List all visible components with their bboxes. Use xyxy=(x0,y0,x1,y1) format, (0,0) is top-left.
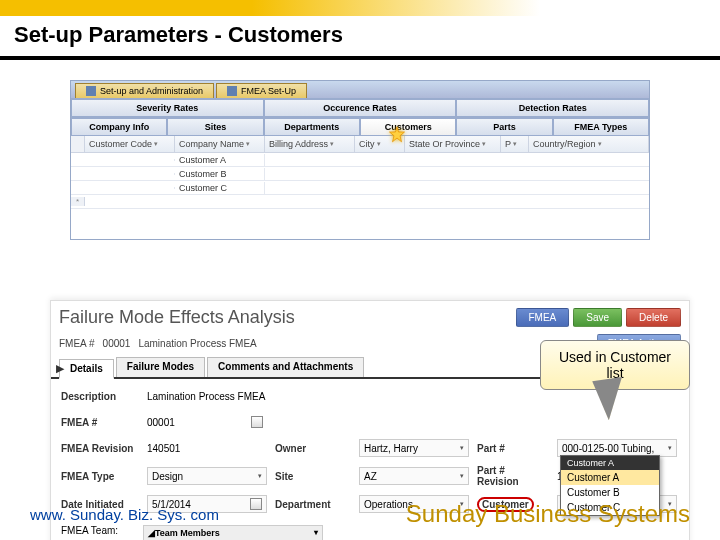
tab-departments[interactable]: Departments xyxy=(264,118,360,136)
gear-icon xyxy=(227,86,237,96)
col-company-name[interactable]: Company Name▾ xyxy=(175,136,265,152)
fmea-id-label: FMEA # xyxy=(59,338,95,349)
accent-bar xyxy=(0,0,720,16)
label-owner: Owner xyxy=(275,443,351,454)
label-fmeano: FMEA # xyxy=(61,417,139,428)
chevron-down-icon: ▾ xyxy=(258,472,262,480)
content-area: Set-up and Administration FMEA Set-Up Se… xyxy=(0,60,720,240)
new-fmea-button[interactable]: FMEA xyxy=(516,308,570,327)
tab-setup-admin[interactable]: Set-up and Administration xyxy=(75,83,214,98)
site-field[interactable]: AZ▾ xyxy=(359,467,469,485)
save-button[interactable]: Save xyxy=(573,308,622,327)
rates-tabs: Severity Rates Occurence Rates Detection… xyxy=(71,98,649,117)
fmea-name: Lamination Process FMEA xyxy=(138,338,256,349)
fmea-title: Failure Mode Effects Analysis xyxy=(59,307,512,328)
tab-fmea-setup[interactable]: FMEA Set-Up xyxy=(216,83,307,98)
lookup-icon[interactable] xyxy=(251,416,263,428)
setup-tabs: Company Info Sites Departments Customers… xyxy=(71,117,649,136)
dropdown-item[interactable]: Customer A xyxy=(561,470,659,485)
fmea-header: Failure Mode Effects Analysis FMEA Save … xyxy=(51,301,689,334)
dropdown-item[interactable]: Customer B xyxy=(561,485,659,500)
table-row[interactable]: Customer B xyxy=(71,167,649,181)
label-partrev: Part # Revision xyxy=(477,465,549,487)
window-tabs: Set-up and Administration FMEA Set-Up xyxy=(71,81,649,98)
svg-marker-0 xyxy=(390,127,405,142)
col-customer-code[interactable]: Customer Code▾ xyxy=(85,136,175,152)
callout-text: Used in Customer xyxy=(555,349,675,365)
value-fmeano: 00001 xyxy=(147,413,267,431)
setup-window: Set-up and Administration FMEA Set-Up Se… xyxy=(70,80,650,240)
col-p[interactable]: P▾ xyxy=(501,136,529,152)
label-part: Part # xyxy=(477,443,549,454)
chevron-down-icon: ▾ xyxy=(460,444,464,452)
footer: www. Sunday. Biz. Sys. com Sunday Busine… xyxy=(0,500,720,528)
label-site: Site xyxy=(275,471,351,482)
table-row[interactable]: Customer C xyxy=(71,181,649,195)
star-highlight-icon xyxy=(388,126,406,144)
type-field[interactable]: Design▾ xyxy=(147,467,267,485)
chevron-down-icon: ▾ xyxy=(460,472,464,480)
label-type: FMEA Type xyxy=(61,471,139,482)
tab-parts[interactable]: Parts xyxy=(456,118,552,136)
tab-failure-modes[interactable]: Failure Modes xyxy=(116,357,205,377)
tab-detection[interactable]: Detection Rates xyxy=(456,99,649,117)
chevron-down-icon: ▾ xyxy=(668,444,672,452)
dropdown-header: Customer A xyxy=(561,456,659,470)
label-description: Description xyxy=(61,391,139,402)
col-billing[interactable]: Billing Address▾ xyxy=(265,136,355,152)
tab-label: FMEA Set-Up xyxy=(241,86,296,96)
tab-details[interactable]: Details xyxy=(59,359,114,379)
tab-severity[interactable]: Severity Rates xyxy=(71,99,264,117)
nav-arrow-icon[interactable]: ▶ xyxy=(56,362,64,375)
owner-field[interactable]: Hartz, Harry▾ xyxy=(359,439,469,457)
grid-header: Customer Code▾ Company Name▾ Billing Add… xyxy=(71,136,649,153)
table-row-new[interactable]: * xyxy=(71,195,649,209)
new-row-icon: * xyxy=(71,197,85,206)
tab-fmea-types[interactable]: FMEA Types xyxy=(553,118,649,136)
footer-brand: Sunday Business Systems xyxy=(406,500,690,528)
gear-icon xyxy=(86,86,96,96)
callout-tail xyxy=(593,378,626,422)
tab-comments[interactable]: Comments and Attachments xyxy=(207,357,364,377)
delete-button[interactable]: Delete xyxy=(626,308,681,327)
table-row[interactable]: Customer A xyxy=(71,153,649,167)
customers-grid: Customer Code▾ Company Name▾ Billing Add… xyxy=(71,136,649,239)
col-state[interactable]: State Or Province▾ xyxy=(405,136,501,152)
tab-company[interactable]: Company Info xyxy=(71,118,167,136)
tab-sites[interactable]: Sites xyxy=(167,118,263,136)
fmea-id: 00001 xyxy=(103,338,131,349)
col-country[interactable]: Country/Region▾ xyxy=(529,136,649,152)
footer-url: www. Sunday. Biz. Sys. com xyxy=(30,506,219,523)
tab-customers[interactable]: Customers xyxy=(360,118,456,136)
tab-occurrence[interactable]: Occurence Rates xyxy=(264,99,457,117)
label-revision: FMEA Revision xyxy=(61,443,139,454)
row-selector-header xyxy=(71,136,85,152)
tab-label: Set-up and Administration xyxy=(100,86,203,96)
value-revision: 140501 xyxy=(147,439,267,457)
slide-title: Set-up Parameters - Customers xyxy=(0,16,720,56)
